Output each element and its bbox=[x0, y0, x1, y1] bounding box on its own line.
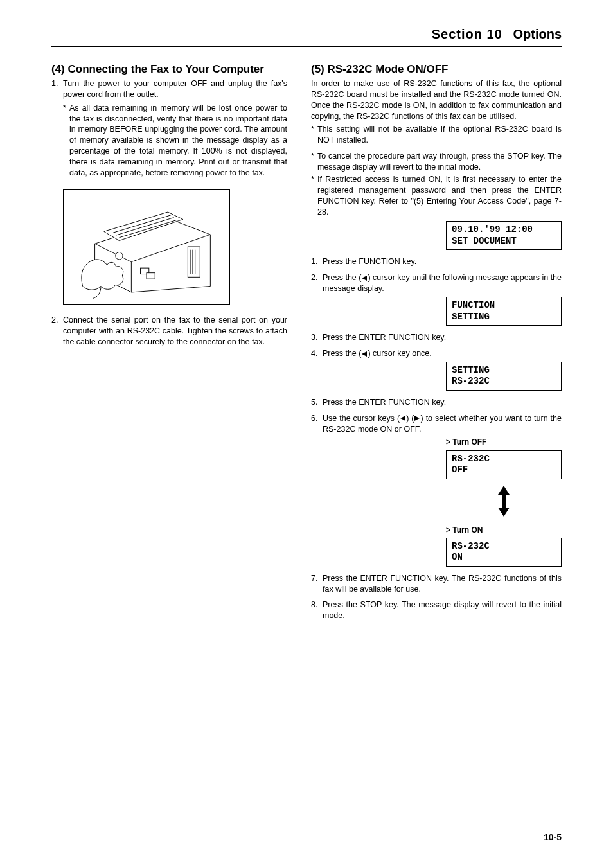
lcd-line: SETTING bbox=[452, 365, 490, 375]
lcd-display-initial: 09.10.'99 12:00 SET DOCUMENT bbox=[446, 221, 562, 250]
svg-marker-13 bbox=[362, 351, 367, 357]
step-1: 1. Press the FUNCTION key. bbox=[311, 256, 562, 267]
lcd-display-function-setting: FUNCTION SETTING bbox=[446, 297, 562, 326]
step-8: 8. Press the STOP key. The message displ… bbox=[311, 599, 562, 621]
svg-rect-11 bbox=[147, 272, 155, 278]
note-text: To cancel the procedure part way through… bbox=[317, 151, 562, 173]
note-text: This setting will not be available if th… bbox=[317, 124, 562, 146]
step-number: 1. bbox=[51, 78, 63, 100]
toggle-arrows bbox=[446, 486, 562, 520]
step-number: 2. bbox=[51, 315, 63, 348]
lcd-display-setting-rs232c: SETTING RS-232C bbox=[446, 362, 562, 391]
step-text: Turn the power to your computer OFF and … bbox=[63, 78, 287, 100]
lcd-line: OFF bbox=[452, 465, 468, 475]
note-not-installed: * This setting will not be available if … bbox=[311, 124, 562, 146]
svg-marker-16 bbox=[498, 486, 510, 501]
lcd-line: FUNCTION bbox=[452, 300, 495, 310]
left-column: (4) Connecting the Fax to Your Computer … bbox=[51, 62, 299, 801]
step-1: 1. Turn the power to your computer OFF a… bbox=[51, 78, 287, 100]
lcd-line: SETTING bbox=[452, 312, 490, 322]
step-number: 1. bbox=[311, 256, 323, 267]
lcd-line: ON bbox=[452, 552, 463, 562]
step-text: Press the STOP key. The message display … bbox=[323, 599, 562, 621]
note-memory-loss: * As all data remaining in memory will b… bbox=[63, 103, 287, 179]
lcd-display-rs232c-on: RS-232C ON bbox=[446, 538, 562, 567]
svg-marker-15 bbox=[414, 416, 420, 421]
lcd-line: 09.10.'99 12:00 bbox=[452, 224, 533, 235]
svg-rect-5 bbox=[188, 247, 200, 277]
step-4: 4. Press the () cursor key once. bbox=[311, 348, 562, 359]
step-text: Press the ENTER FUNCTION key. bbox=[323, 332, 562, 343]
step-number: 5. bbox=[311, 397, 323, 408]
asterisk-icon: * bbox=[63, 103, 69, 179]
step-2: 2. Press the () cursor key until the fol… bbox=[311, 272, 562, 294]
step-number: 8. bbox=[311, 599, 323, 621]
step-text: Connect the serial port on the fax to th… bbox=[63, 315, 287, 348]
note-restricted-access: * If Restricted access is turned ON, it … bbox=[311, 174, 562, 218]
intro-text: In order to make use of RS-232C function… bbox=[311, 78, 562, 122]
svg-marker-14 bbox=[400, 416, 405, 421]
asterisk-icon: * bbox=[311, 151, 317, 173]
step-text: Press the () cursor key once. bbox=[323, 348, 562, 359]
heading-connect-fax: (4) Connecting the Fax to Your Computer bbox=[51, 62, 287, 77]
step-text: Press the () cursor key until the follow… bbox=[323, 272, 562, 294]
step-number: 6. bbox=[311, 413, 323, 435]
lcd-display-rs232c-off: RS-232C OFF bbox=[446, 450, 562, 479]
note-text: If Restricted access is turned ON, it is… bbox=[317, 174, 562, 218]
svg-marker-12 bbox=[362, 276, 367, 281]
step-text: Press the ENTER FUNCTION key. bbox=[323, 397, 562, 408]
step-number: 7. bbox=[311, 573, 323, 595]
step-3: 3. Press the ENTER FUNCTION key. bbox=[311, 332, 562, 343]
cursor-left-icon bbox=[361, 351, 368, 357]
right-column: (5) RS-232C Mode ON/OFF In order to make… bbox=[299, 62, 562, 801]
step-number: 4. bbox=[311, 348, 323, 359]
fax-machine-icon bbox=[67, 193, 226, 300]
step-text: Press the ENTER FUNCTION key. The RS-232… bbox=[323, 573, 562, 595]
step-2: 2. Connect the serial port on the fax to… bbox=[51, 315, 287, 348]
step-7: 7. Press the ENTER FUNCTION key. The RS-… bbox=[311, 573, 562, 595]
heading-rs232c-mode: (5) RS-232C Mode ON/OFF bbox=[311, 62, 562, 77]
section-label: Section 10 bbox=[432, 27, 502, 41]
fax-illustration bbox=[63, 189, 230, 305]
page-header: Section 10 Options bbox=[51, 27, 562, 47]
svg-point-9 bbox=[116, 252, 123, 259]
turn-on-label: > Turn ON bbox=[446, 525, 562, 535]
step-text: Press the FUNCTION key. bbox=[323, 256, 562, 267]
cursor-right-icon bbox=[414, 415, 420, 421]
note-cancel: * To cancel the procedure part way throu… bbox=[311, 151, 562, 173]
step-text: Use the cursor keys () () to select whet… bbox=[323, 413, 562, 435]
asterisk-icon: * bbox=[311, 124, 317, 146]
asterisk-icon: * bbox=[311, 174, 317, 218]
cursor-left-icon bbox=[361, 275, 368, 281]
up-down-arrow-icon bbox=[498, 486, 510, 517]
cursor-left-icon bbox=[400, 415, 406, 421]
svg-marker-17 bbox=[498, 501, 510, 517]
section-title: Options bbox=[513, 27, 562, 41]
step-number: 2. bbox=[311, 272, 323, 294]
step-6: 6. Use the cursor keys () () to select w… bbox=[311, 413, 562, 435]
step-5: 5. Press the ENTER FUNCTION key. bbox=[311, 397, 562, 408]
lcd-line: RS-232C bbox=[452, 454, 490, 464]
note-text: As all data remaining in memory will be … bbox=[69, 103, 287, 179]
lcd-line: RS-232C bbox=[452, 541, 490, 551]
turn-off-label: > Turn OFF bbox=[446, 437, 562, 447]
lcd-line: RS-232C bbox=[452, 376, 490, 386]
page-number: 10-5 bbox=[544, 832, 562, 842]
lcd-line: SET DOCUMENT bbox=[452, 236, 517, 246]
step-number: 3. bbox=[311, 332, 323, 343]
